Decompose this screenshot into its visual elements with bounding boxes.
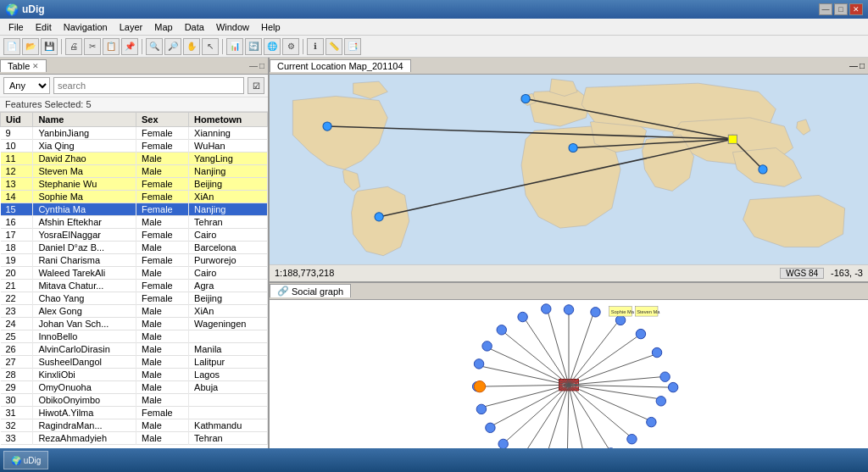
toolbar-zoom-in[interactable]: 🔍 [146, 38, 163, 55]
svg-line-7 [569, 336, 637, 385]
cell-sex: Male [136, 343, 189, 356]
map-crs: WGS 84 [780, 268, 824, 279]
svg-point-10 [652, 347, 661, 357]
toolbar-info[interactable]: ℹ [307, 38, 324, 55]
table-row[interactable]: 31HiwotA.YilmaFemale [1, 407, 268, 419]
toolbar-save[interactable]: 💾 [41, 38, 58, 55]
cell-name: SusheelDangol [33, 356, 136, 369]
filter-select[interactable]: Any [3, 77, 50, 94]
table-row[interactable]: 32RagindraMan...MaleKathmandu [1, 419, 268, 432]
minimize-button[interactable]: — [819, 3, 832, 15]
map-area[interactable] [270, 75, 868, 264]
toolbar-copy[interactable]: 📋 [103, 38, 120, 55]
map-minimize-icon[interactable]: — [849, 61, 858, 70]
cell-hometown: Purworejo [189, 254, 268, 267]
table-row[interactable]: 20Waleed TarekAliMaleCairo [1, 267, 268, 280]
toolbar-globe[interactable]: 🌐 [264, 38, 281, 55]
table-tab-bar: Table ✕ — □ [0, 58, 268, 75]
menu-window[interactable]: Window [211, 21, 254, 33]
toolbar-cut[interactable]: ✂ [84, 38, 101, 55]
cell-sex: Male [136, 305, 189, 318]
table-row[interactable]: 12Steven MaMaleNanjing [1, 165, 268, 178]
table-row[interactable]: 14Sophie MaFemaleXiAn [1, 191, 268, 203]
menu-file[interactable]: File [3, 21, 29, 33]
toolbar-print[interactable]: 🖨 [65, 38, 82, 55]
data-table[interactable]: Uid Name Sex Hometown 9YanbinJiangFemale… [0, 112, 268, 462]
menu-layer[interactable]: Layer [114, 21, 148, 33]
maximize-panel-icon[interactable]: □ [259, 61, 264, 70]
cell-name: KinxliObi [33, 369, 136, 381]
cell-sex: Male [136, 419, 189, 432]
cell-hometown: Agra [189, 280, 268, 292]
cell-sex: Male [136, 318, 189, 330]
table-row[interactable]: 24Johan Van Sch...MaleWageningen [1, 318, 268, 330]
toolbar-open[interactable]: 📂 [22, 38, 39, 55]
toolbar-select[interactable]: ↖ [202, 38, 219, 55]
table-row[interactable]: 33RezaAhmadyiehMaleTehran [1, 432, 268, 445]
toolbar-refresh[interactable]: 🔄 [245, 38, 262, 55]
table-tab-close[interactable]: ✕ [32, 62, 39, 70]
menu-edit[interactable]: Edit [31, 21, 57, 33]
svg-line-3 [569, 314, 593, 385]
map-maximize-icon[interactable]: □ [860, 61, 865, 70]
maximize-button[interactable]: □ [834, 3, 848, 15]
table-row[interactable]: 10Xia QingFemaleWuHan [1, 140, 268, 153]
table-row[interactable]: 21Mitava Chatur...FemaleAgra [1, 280, 268, 292]
table-row[interactable]: 13Stephanie WuFemaleBeijing [1, 178, 268, 191]
table-row[interactable]: 26AlvinCarloDirasinMaleManila [1, 343, 268, 356]
table-row[interactable]: 15Cynthia MaFemaleNanjing [1, 203, 268, 216]
map-tab-bar: Current Location Map_201104 — □ [270, 58, 868, 75]
map-dest-africa [569, 143, 577, 152]
minimize-panel-icon[interactable]: — [249, 61, 258, 70]
table-row[interactable]: 17YosraElNaggarFemaleCairo [1, 229, 268, 242]
table-row[interactable]: 27SusheelDangolMaleLalitpur [1, 356, 268, 369]
map-tab[interactable]: Current Location Map_201104 [270, 59, 411, 72]
table-row[interactable]: 25InnoBelloMale [1, 330, 268, 343]
title-bar-title: 🌍 uDig [5, 3, 45, 16]
table-row[interactable]: 9YanbinJiangFemaleXianning [1, 127, 268, 140]
cell-name: Cynthia Ma [33, 203, 136, 216]
title-bar-controls[interactable]: — □ ✕ [819, 3, 863, 15]
table-row[interactable]: 16Afshin EftekharMaleTehran [1, 216, 268, 229]
search-input[interactable] [53, 77, 244, 94]
title-bar: 🌍 uDig — □ ✕ [0, 0, 868, 19]
col-uid: Uid [1, 113, 33, 127]
menu-navigation[interactable]: Navigation [58, 21, 113, 33]
filter-apply-button[interactable]: ☑ [248, 77, 264, 94]
toolbar-paste[interactable]: 📌 [121, 38, 138, 55]
table-row[interactable]: 11David ZhaoMaleYangLing [1, 153, 268, 165]
taskbar-udig[interactable]: 🌍 uDig [3, 451, 48, 469]
menu-data[interactable]: Data [180, 21, 209, 33]
toolbar-layers[interactable]: 📑 [344, 38, 361, 55]
menu-map[interactable]: Map [149, 21, 177, 33]
toolbar-new[interactable]: 📄 [3, 38, 20, 55]
table-row[interactable]: 22Chao YangFemaleBeijing [1, 292, 268, 305]
cell-hometown: Lagos [189, 369, 268, 381]
table-row[interactable]: 29OmyOnuohaMaleAbuja [1, 381, 268, 394]
graph-area[interactable]: Cynthia Ma [270, 300, 868, 472]
close-button[interactable]: ✕ [849, 3, 863, 15]
table-row[interactable]: 23Alex GongMaleXiAn [1, 305, 268, 318]
menu-help[interactable]: Help [256, 21, 286, 33]
toolbar-zoom-out[interactable]: 🔎 [164, 38, 181, 55]
graph-tab[interactable]: 🔗 Social graph [270, 284, 351, 297]
svg-line-35 [480, 385, 569, 386]
cell-name: Johan Van Sch... [33, 318, 136, 330]
table-row[interactable]: 18Daniel D°az B...MaleBarcelona [1, 242, 268, 254]
cell-uid: 13 [1, 178, 33, 191]
toolbar-settings[interactable]: ⚙ [282, 38, 299, 55]
svg-line-11 [569, 377, 662, 386]
toolbar-pan[interactable]: ✋ [183, 38, 200, 55]
col-sex: Sex [136, 113, 189, 127]
table-row[interactable]: 28KinxliObiMaleLagos [1, 369, 268, 381]
table-row[interactable]: 19Rani CharismaFemalePurworejo [1, 254, 268, 267]
toolbar-measure[interactable]: 📏 [326, 38, 342, 55]
cell-uid: 25 [1, 330, 33, 343]
map-dest-northamerica [323, 122, 331, 130]
table-row[interactable]: 30ObikoOnyimboMale [1, 394, 268, 407]
cell-hometown [189, 394, 268, 407]
table-tab-label: Table [8, 61, 30, 71]
cell-uid: 11 [1, 153, 33, 165]
table-tab[interactable]: Table ✕ [0, 59, 47, 72]
toolbar-chart[interactable]: 📊 [226, 38, 243, 55]
